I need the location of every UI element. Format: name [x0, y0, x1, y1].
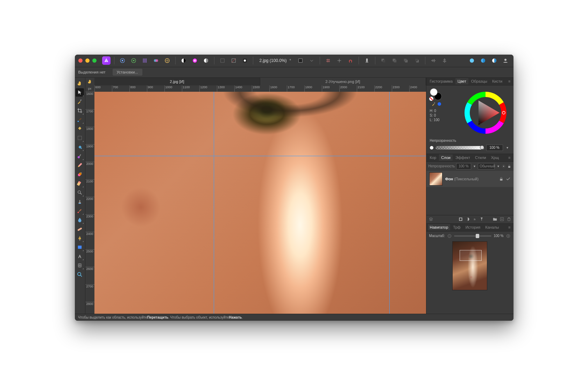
- tab-transform[interactable]: Трф: [451, 224, 462, 230]
- pen-tool[interactable]: [76, 234, 84, 242]
- selection-diagonal-icon[interactable]: [229, 56, 238, 65]
- color-picker-tool[interactable]: [76, 97, 84, 106]
- eyedropper-icon[interactable]: [431, 102, 436, 106]
- arrange-back-icon[interactable]: [379, 56, 388, 65]
- grid-icon[interactable]: [324, 56, 333, 65]
- tab-brushes[interactable]: Кисти: [490, 78, 504, 84]
- minimize-window-button[interactable]: [85, 58, 90, 63]
- layer-opacity-dropdown-icon[interactable]: ▾: [473, 164, 477, 168]
- arrange-front-icon[interactable]: [412, 56, 421, 65]
- zoom-tool[interactable]: [76, 270, 84, 279]
- primary-color-swatch[interactable]: [430, 88, 438, 96]
- move-tool[interactable]: [76, 88, 84, 97]
- persona-photo-icon[interactable]: [118, 56, 127, 65]
- color-panel-menu-icon[interactable]: ≡: [507, 79, 512, 83]
- view-mode-icon[interactable]: [296, 56, 305, 65]
- adjustment-icon[interactable]: [465, 217, 470, 222]
- close-window-button[interactable]: [78, 58, 83, 63]
- navigator-viewport[interactable]: [460, 250, 482, 261]
- layer-locked-icon[interactable]: [499, 176, 504, 181]
- paint-brush-tool[interactable]: [76, 152, 84, 160]
- blend-mode-dropdown-icon[interactable]: ▾: [496, 164, 500, 168]
- color-swatches[interactable]: [430, 88, 442, 100]
- adjustment-hsl-icon[interactable]: [190, 56, 199, 65]
- layer-settings-icon[interactable]: [502, 164, 506, 169]
- layer-lock-icon[interactable]: [507, 164, 511, 169]
- selection-marquee-icon[interactable]: [218, 56, 227, 65]
- tab-history[interactable]: История: [463, 224, 483, 230]
- pencil-tool[interactable]: [76, 161, 84, 169]
- blend-mode-select[interactable]: Обычный: [478, 163, 495, 169]
- delete-layer-icon[interactable]: [506, 217, 511, 222]
- clone-tool[interactable]: [76, 197, 84, 206]
- tab-layers[interactable]: Слои: [439, 154, 453, 161]
- tab-color[interactable]: Цвет: [455, 78, 468, 84]
- navigator-panel-menu-icon[interactable]: ≡: [507, 225, 512, 229]
- live-filter-icon[interactable]: [479, 217, 484, 222]
- add-layer-icon[interactable]: [500, 217, 504, 222]
- view-dropdown-icon[interactable]: [307, 56, 316, 65]
- layer-opacity-value[interactable]: 100 %: [456, 163, 471, 169]
- guide-vertical[interactable]: [214, 92, 214, 314]
- text-tool[interactable]: A: [76, 252, 84, 261]
- layer-item[interactable]: Фон (Пиксельный): [426, 171, 513, 187]
- align-h-icon[interactable]: [429, 56, 438, 65]
- hand-view-tool[interactable]: [76, 79, 84, 88]
- no-color-swatch[interactable]: [429, 97, 433, 101]
- mask-icon[interactable]: [458, 217, 463, 222]
- quickmask-icon[interactable]: [240, 56, 249, 65]
- account-icon[interactable]: [501, 56, 510, 65]
- selection-brush-tool[interactable]: [76, 116, 84, 124]
- blur-tool[interactable]: [76, 216, 84, 224]
- tab-channels[interactable]: Каналы: [483, 224, 501, 230]
- adjustment-levels-icon[interactable]: [201, 56, 211, 65]
- adjustment-bw-icon[interactable]: [179, 56, 188, 65]
- persona-tone-icon[interactable]: [151, 56, 161, 65]
- arrange-forward-icon[interactable]: [401, 56, 410, 65]
- zoom-window-button[interactable]: [92, 58, 97, 63]
- guides-icon[interactable]: [335, 56, 344, 65]
- persona-export-icon[interactable]: [163, 56, 172, 65]
- guide-horizontal[interactable]: [94, 156, 426, 156]
- cloud-icon[interactable]: [479, 56, 488, 65]
- document-tab-2[interactable]: 2-Улучшено.png [И]: [260, 78, 426, 85]
- align-v-icon[interactable]: [440, 56, 449, 65]
- navigator-thumbnail[interactable]: [452, 241, 487, 290]
- tab-effects[interactable]: Эффект: [453, 154, 472, 161]
- erase-tool[interactable]: [76, 179, 84, 188]
- tab-styles[interactable]: Стили: [473, 154, 488, 161]
- persona-liquify-icon[interactable]: [129, 56, 138, 65]
- layer-group-icon[interactable]: [428, 217, 433, 222]
- mesh-warp-tool[interactable]: [76, 261, 84, 270]
- guide-vertical[interactable]: [389, 92, 390, 314]
- document-tab-1[interactable]: 2.jpg [И]: [94, 78, 260, 85]
- color-wheel[interactable]: [461, 88, 510, 137]
- zoom-in-icon[interactable]: [506, 234, 511, 238]
- dodge-tool[interactable]: [76, 188, 84, 197]
- color-opacity-slider[interactable]: [435, 146, 484, 150]
- crop-tool[interactable]: [76, 106, 84, 115]
- assistant-icon[interactable]: [362, 56, 371, 65]
- hand-corner-icon[interactable]: [85, 78, 94, 85]
- presets-button[interactable]: Установки...: [113, 69, 142, 76]
- canvas[interactable]: [94, 92, 426, 314]
- color-opacity-dropdown-icon[interactable]: ▾: [505, 146, 510, 150]
- layer-visible-icon[interactable]: [506, 176, 511, 181]
- arrange-backward-icon[interactable]: [390, 56, 399, 65]
- rectangle-tool[interactable]: [76, 243, 84, 251]
- zoom-out-icon[interactable]: [447, 234, 452, 238]
- flood-select-tool[interactable]: [76, 125, 84, 133]
- folder-icon[interactable]: [493, 217, 497, 222]
- stock-icon[interactable]: [467, 56, 476, 65]
- marquee-tool[interactable]: [76, 134, 84, 142]
- tab-swatches[interactable]: Образцы: [469, 78, 489, 84]
- zoom-slider[interactable]: [454, 235, 491, 237]
- inpaint-tool[interactable]: [76, 207, 84, 215]
- tab-text[interactable]: Хрщ: [489, 154, 501, 161]
- flood-fill-tool[interactable]: [76, 143, 84, 151]
- paint-mixer-tool[interactable]: [76, 170, 84, 179]
- color-opacity-value[interactable]: 100 %: [486, 145, 503, 151]
- ruler-unit[interactable]: px: [85, 85, 94, 92]
- healing-tool[interactable]: [76, 225, 84, 233]
- tab-histogram[interactable]: Гистограмма: [428, 78, 455, 84]
